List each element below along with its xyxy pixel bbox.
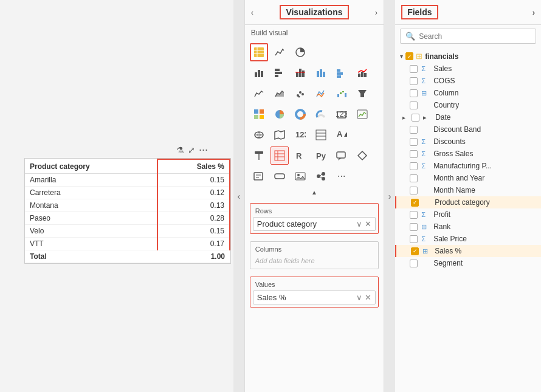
viz-icon-bar4[interactable] bbox=[312, 64, 330, 82]
item-checkbox[interactable] bbox=[410, 174, 418, 182]
filter-icon[interactable]: ⚗ bbox=[176, 145, 184, 155]
sigma-icon: Σ bbox=[421, 211, 430, 218]
viz-icon-donut[interactable] bbox=[291, 105, 309, 123]
item-checkbox[interactable] bbox=[410, 235, 418, 243]
viz-icon-py[interactable]: Py bbox=[312, 146, 330, 165]
viz-icon-pie1[interactable] bbox=[250, 105, 268, 123]
rows-field-remove[interactable]: ✕ bbox=[365, 219, 371, 229]
tree-item[interactable]: ⊞ Column bbox=[395, 87, 541, 99]
item-checkbox[interactable] bbox=[412, 114, 419, 122]
arrow-left-icon[interactable]: ‹ bbox=[251, 8, 253, 17]
viz-icon-kpi[interactable] bbox=[353, 105, 371, 123]
tree-item[interactable]: Σ Gross Sales bbox=[395, 148, 541, 160]
item-checkbox[interactable] bbox=[410, 89, 418, 97]
viz-icon-funnel[interactable] bbox=[353, 84, 371, 103]
item-checkbox[interactable] bbox=[411, 199, 419, 207]
rows-field-chevron[interactable]: ∨ bbox=[356, 219, 362, 229]
date-expand-arrow[interactable]: ▸ bbox=[402, 114, 405, 121]
item-checkbox[interactable] bbox=[410, 187, 418, 194]
values-section: Values Sales % ∨ ✕ bbox=[250, 277, 379, 308]
group-expand-arrow[interactable]: ▾ bbox=[400, 53, 403, 60]
values-field-label: Sales % bbox=[257, 293, 286, 302]
tree-item[interactable]: ⊞ Sales % bbox=[395, 245, 541, 257]
panel-separator-right[interactable]: › bbox=[384, 0, 395, 392]
expand-icon[interactable]: ⤢ bbox=[188, 145, 195, 155]
viz-icon-area1[interactable] bbox=[270, 84, 289, 103]
table-row: Carretera 0.12 bbox=[25, 187, 230, 199]
viz-icon-button[interactable] bbox=[270, 167, 289, 185]
sigma-icon: Σ bbox=[421, 65, 430, 72]
viz-icon-table-selected[interactable] bbox=[250, 43, 268, 61]
viz-icon-bar2[interactable] bbox=[270, 64, 289, 82]
item-checkbox[interactable] bbox=[411, 247, 419, 255]
tree-item[interactable]: Discount Band bbox=[395, 123, 541, 136]
item-checkbox[interactable] bbox=[410, 65, 418, 73]
viz-icon-bar5[interactable] bbox=[333, 64, 351, 82]
search-box[interactable]: 🔍 bbox=[400, 29, 536, 44]
viz-icon-image[interactable] bbox=[291, 167, 309, 185]
viz-icon-multi-line[interactable] bbox=[312, 84, 330, 103]
tree-item[interactable]: Product category bbox=[395, 196, 541, 208]
panel-separator-left[interactable]: ‹ bbox=[233, 0, 244, 392]
viz-icon-waterfall[interactable] bbox=[333, 84, 351, 103]
item-checkbox[interactable] bbox=[410, 138, 418, 146]
arrow-right-icon[interactable]: › bbox=[375, 8, 377, 17]
viz-icon-qa[interactable] bbox=[333, 146, 351, 165]
collapse-left-icon[interactable]: ‹ bbox=[237, 191, 240, 201]
tree-item[interactable]: Σ Sale Price bbox=[395, 233, 541, 245]
tree-item[interactable]: Σ Profit bbox=[395, 208, 541, 221]
viz-icon-az[interactable]: A▲ bbox=[333, 126, 351, 144]
viz-icon-map1[interactable] bbox=[250, 126, 268, 144]
tree-item[interactable]: Month Name bbox=[395, 184, 541, 196]
item-checkbox[interactable] bbox=[410, 211, 418, 219]
viz-icon-ellipsis[interactable]: ··· bbox=[333, 167, 351, 185]
tree-item[interactable]: Σ COGS bbox=[395, 75, 541, 87]
values-field-remove[interactable]: ✕ bbox=[365, 293, 371, 302]
item-checkbox[interactable] bbox=[410, 260, 418, 267]
item-checkbox[interactable] bbox=[410, 223, 418, 231]
viz-icon-bar3[interactable] bbox=[291, 64, 309, 82]
tree-item[interactable]: Σ Discounts bbox=[395, 136, 541, 148]
tree-item[interactable]: Σ Sales bbox=[395, 63, 541, 75]
collapse-viz-arrow[interactable]: ▲ bbox=[250, 188, 379, 197]
viz-icon-gauge[interactable] bbox=[312, 105, 330, 123]
tree-item[interactable]: Segment bbox=[395, 257, 541, 269]
viz-icon-chart2[interactable] bbox=[270, 43, 289, 61]
viz-icon-table2[interactable] bbox=[312, 126, 330, 144]
collapse-right-icon[interactable]: › bbox=[388, 191, 391, 201]
viz-icon-card[interactable]: 123 bbox=[333, 105, 351, 123]
viz-icon-bar1[interactable] bbox=[250, 64, 268, 82]
values-field-chevron[interactable]: ∨ bbox=[356, 293, 362, 302]
viz-icon-text[interactable] bbox=[250, 167, 268, 185]
tree-item[interactable]: Σ Manufacturing P... bbox=[395, 160, 541, 172]
tree-item[interactable]: Country bbox=[395, 99, 541, 111]
viz-icon-chart3[interactable] bbox=[291, 43, 309, 61]
viz-icon-line1[interactable] bbox=[250, 84, 268, 103]
viz-icon-123[interactable]: 123 bbox=[291, 126, 309, 144]
viz-icon-matrix[interactable] bbox=[270, 146, 289, 165]
viz-icon-slicer[interactable] bbox=[250, 146, 268, 165]
item-checkbox[interactable] bbox=[410, 101, 418, 109]
group-checkbox[interactable] bbox=[405, 52, 413, 60]
fields-chevron-right[interactable]: › bbox=[532, 8, 535, 17]
viz-icon-custom[interactable] bbox=[312, 167, 330, 185]
tree-item[interactable]: ⊞ Rank bbox=[395, 221, 541, 233]
item-checkbox[interactable] bbox=[410, 77, 418, 85]
tree-item[interactable]: ▸ ▸ Date bbox=[395, 111, 541, 123]
viz-icon-scatter[interactable] bbox=[291, 84, 309, 103]
viz-icon-r[interactable]: R bbox=[291, 146, 309, 165]
rows-field-tag[interactable]: Product category ∨ ✕ bbox=[253, 217, 376, 231]
more-options-icon[interactable]: ··· bbox=[199, 143, 208, 156]
viz-icon-pie2[interactable] bbox=[270, 105, 289, 123]
viz-icon-diamond[interactable] bbox=[353, 146, 371, 165]
tree-item[interactable]: Month and Year bbox=[395, 172, 541, 184]
tree-group-header[interactable]: ▾ ⊞ financials bbox=[395, 50, 541, 63]
item-checkbox[interactable] bbox=[410, 126, 418, 134]
table-row: Velo 0.15 bbox=[25, 225, 230, 238]
viz-icon-map2[interactable] bbox=[270, 126, 289, 144]
search-input[interactable] bbox=[419, 32, 531, 41]
viz-icon-combo[interactable] bbox=[353, 64, 371, 82]
item-checkbox[interactable] bbox=[410, 150, 418, 158]
values-field-tag[interactable]: Sales % ∨ ✕ bbox=[253, 291, 376, 304]
item-checkbox[interactable] bbox=[410, 162, 418, 170]
